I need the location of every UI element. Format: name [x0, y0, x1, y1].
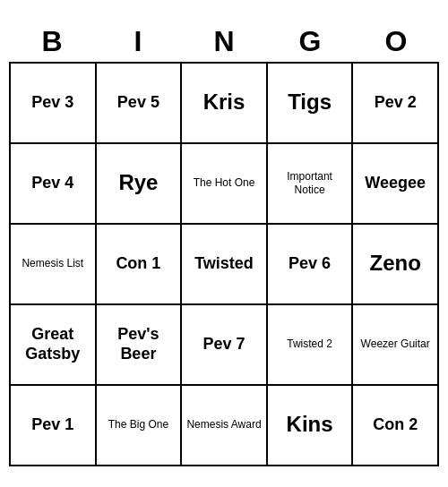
bingo-cell-11: Con 1 [97, 225, 183, 305]
bingo-cell-22: Nemesis Award [182, 386, 268, 466]
bingo-cell-3: Tigs [268, 64, 354, 144]
bingo-cell-1: Pev 5 [97, 64, 183, 144]
bingo-grid: Pev 3Pev 5KrisTigsPev 2Pev 4RyeThe Hot O… [9, 62, 439, 466]
bingo-card: BINGO Pev 3Pev 5KrisTigsPev 2Pev 4RyeThe… [9, 21, 439, 466]
bingo-cell-21: The Big One [97, 386, 183, 466]
bingo-cell-16: Pev's Beer [97, 305, 183, 386]
bingo-cell-23: Kins [268, 386, 354, 466]
bingo-cell-13: Pev 6 [268, 225, 354, 305]
bingo-cell-4: Pev 2 [353, 64, 439, 144]
header-letter-G: G [267, 21, 353, 62]
bingo-cell-7: The Hot One [182, 144, 268, 225]
bingo-cell-0: Pev 3 [11, 64, 97, 144]
header-letter-B: B [9, 21, 95, 62]
bingo-cell-5: Pev 4 [11, 144, 97, 225]
header-letter-N: N [181, 21, 267, 62]
header-letter-I: I [95, 21, 181, 62]
header-letter-O: O [353, 21, 439, 62]
bingo-cell-8: Important Notice [268, 144, 354, 225]
bingo-header: BINGO [9, 21, 439, 62]
bingo-cell-17: Pev 7 [182, 305, 268, 386]
bingo-cell-2: Kris [182, 64, 268, 144]
bingo-cell-19: Weezer Guitar [353, 305, 439, 386]
bingo-cell-9: Weegee [353, 144, 439, 225]
bingo-cell-15: Great Gatsby [11, 305, 97, 386]
bingo-cell-6: Rye [97, 144, 183, 225]
bingo-cell-18: Twisted 2 [268, 305, 354, 386]
bingo-cell-20: Pev 1 [11, 386, 97, 466]
bingo-cell-10: Nemesis List [11, 225, 97, 305]
bingo-cell-24: Con 2 [353, 386, 439, 466]
bingo-cell-12: Twisted [182, 225, 268, 305]
bingo-cell-14: Zeno [353, 225, 439, 305]
